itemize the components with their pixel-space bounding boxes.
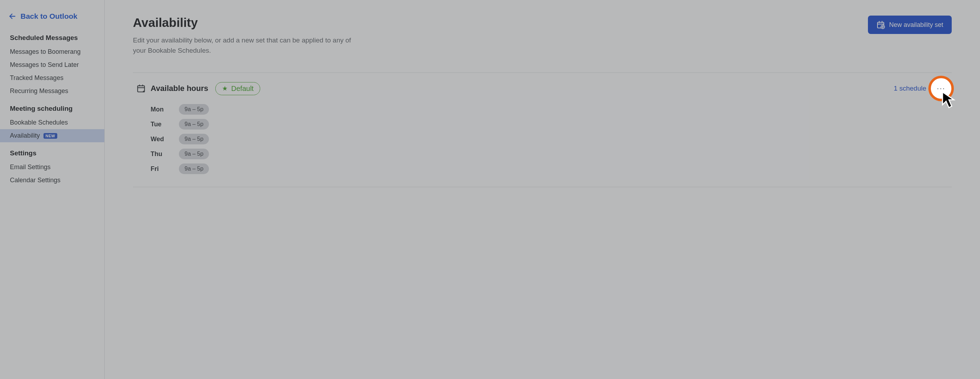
day-label: Fri	[151, 165, 170, 173]
day-label: Tue	[151, 121, 170, 128]
header-row: Availability Edit your availability belo…	[133, 16, 952, 56]
page-title: Availability	[133, 16, 359, 30]
page-description: Edit your availability below, or add a n…	[133, 35, 359, 56]
main-content: Availability Edit your availability belo…	[105, 0, 980, 379]
sidebar-item-email-settings[interactable]: Email Settings	[0, 161, 104, 174]
section-heading-settings: Settings	[0, 142, 104, 161]
more-options-button[interactable]: ···	[934, 82, 948, 96]
sidebar-item-calendar-settings[interactable]: Calendar Settings	[0, 174, 104, 187]
availability-card: Available hours ★ Default 1 schedule ···…	[133, 73, 952, 187]
default-label: Default	[231, 85, 253, 93]
hours-row-wed: Wed 9a – 5p	[151, 132, 948, 147]
calendar-plus-icon	[877, 21, 885, 29]
arrow-left-icon	[8, 13, 16, 20]
hours-row-tue: Tue 9a – 5p	[151, 117, 948, 132]
section-heading-meeting: Meeting scheduling	[0, 98, 104, 116]
sidebar-item-availability[interactable]: Availability NEW	[0, 129, 104, 142]
ellipsis-icon: ···	[937, 84, 945, 93]
hours-row-fri: Fri 9a – 5p	[151, 162, 948, 176]
day-label: Wed	[151, 136, 170, 143]
new-availability-set-button[interactable]: New availability set	[868, 16, 952, 34]
time-range-pill[interactable]: 9a – 5p	[179, 134, 209, 144]
time-range-pill[interactable]: 9a – 5p	[179, 149, 209, 159]
day-label: Mon	[151, 106, 170, 113]
hours-grid: Mon 9a – 5p Tue 9a – 5p Wed 9a – 5p Thu …	[137, 102, 948, 176]
star-icon: ★	[222, 85, 228, 92]
default-badge: ★ Default	[215, 82, 260, 95]
sidebar-item-tracked[interactable]: Tracked Messages	[0, 72, 104, 85]
hours-row-thu: Thu 9a – 5p	[151, 147, 948, 162]
time-range-pill[interactable]: 9a – 5p	[179, 104, 209, 115]
sidebar-item-recurring[interactable]: Recurring Messages	[0, 85, 104, 98]
app-root: Back to Outlook Scheduled Messages Messa…	[0, 0, 980, 379]
card-title: Available hours	[137, 84, 208, 93]
section-heading-scheduled: Scheduled Messages	[0, 27, 104, 45]
sidebar-item-send-later[interactable]: Messages to Send Later	[0, 58, 104, 72]
time-range-pill[interactable]: 9a – 5p	[179, 119, 209, 130]
sidebar-item-bookable-schedules[interactable]: Bookable Schedules	[0, 116, 104, 129]
hours-row-mon: Mon 9a – 5p	[151, 102, 948, 117]
back-label: Back to Outlook	[21, 12, 78, 21]
new-badge: NEW	[43, 133, 57, 139]
day-label: Thu	[151, 150, 170, 158]
sidebar-item-label: Availability	[10, 132, 40, 139]
card-header: Available hours ★ Default 1 schedule ···	[137, 82, 948, 96]
sidebar-item-boomerang[interactable]: Messages to Boomerang	[0, 45, 104, 58]
back-to-outlook-link[interactable]: Back to Outlook	[0, 10, 104, 27]
time-range-pill[interactable]: 9a – 5p	[179, 163, 209, 174]
new-set-label: New availability set	[889, 21, 943, 29]
schedule-count-link[interactable]: 1 schedule	[894, 85, 926, 92]
sidebar: Back to Outlook Scheduled Messages Messa…	[0, 0, 105, 379]
card-title-text: Available hours	[151, 84, 208, 93]
header-text: Availability Edit your availability belo…	[133, 16, 359, 56]
calendar-star-icon	[137, 84, 146, 93]
card-header-right: 1 schedule ···	[894, 82, 948, 96]
